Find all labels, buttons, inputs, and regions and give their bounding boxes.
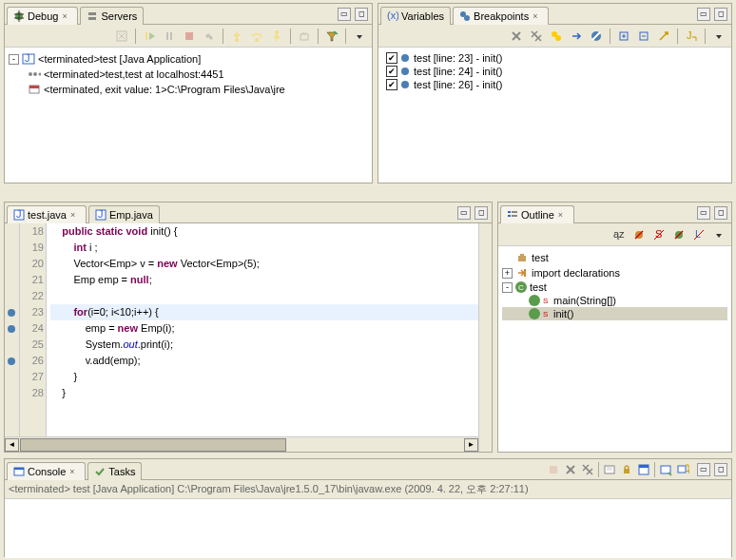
tab-editor-emp[interactable]: J Emp.java — [88, 205, 160, 223]
maximize-icon[interactable]: ◻ — [355, 8, 368, 21]
clear-console-icon[interactable] — [601, 461, 618, 478]
tab-label: Outline — [521, 209, 554, 221]
breakpoint-item[interactable]: ✔ test [line: 26] - init() — [382, 78, 727, 91]
breakpoint-dot-icon — [401, 54, 409, 62]
hide-fields-icon[interactable] — [630, 226, 648, 243]
tree-row[interactable]: - J <terminated>test [Java Application] — [9, 51, 368, 67]
tab-outline[interactable]: Outline × — [500, 205, 574, 223]
goto-icon[interactable] — [568, 28, 585, 45]
scroll-left-icon[interactable]: ◄ — [5, 438, 19, 452]
expand-all-icon[interactable] — [615, 28, 632, 45]
minimize-icon[interactable]: ▭ — [697, 463, 710, 476]
tab-servers[interactable]: Servers — [80, 7, 144, 25]
tab-tasks[interactable]: Tasks — [87, 462, 142, 480]
minimize-icon[interactable]: ▭ — [338, 8, 351, 21]
overview-ruler[interactable] — [478, 223, 492, 452]
breakpoint-marker-icon[interactable] — [8, 309, 15, 317]
view-menu-icon[interactable] — [351, 28, 368, 45]
bp-label: test [line: 23] - init() — [414, 52, 503, 64]
svg-text:J: J — [687, 29, 692, 41]
step-return-icon — [268, 28, 285, 45]
scroll-thumb[interactable] — [20, 438, 286, 452]
breakpoint-marker-icon[interactable] — [8, 325, 15, 333]
imports-icon — [515, 266, 529, 280]
collapse-icon[interactable]: - — [502, 282, 513, 293]
expand-icon[interactable]: + — [502, 268, 513, 279]
tab-debug[interactable]: Debug × — [7, 7, 78, 25]
outline-item[interactable]: - C test — [502, 280, 727, 294]
outline-item[interactable]: S init() — [502, 307, 727, 320]
checkbox[interactable]: ✔ — [386, 52, 397, 64]
maximize-icon[interactable]: ◻ — [714, 463, 727, 476]
tree-label: <terminated>test,test at localhost:4451 — [44, 68, 224, 80]
item-label: test — [532, 252, 549, 263]
svg-rect-75 — [624, 469, 629, 473]
minimize-icon[interactable]: ▭ — [697, 206, 710, 220]
tab-label: Servers — [101, 10, 137, 22]
svg-point-20 — [33, 72, 37, 76]
tree-row[interactable]: <terminated>test,test at localhost:4451 — [9, 67, 368, 82]
tab-variables[interactable]: (x)= Variables — [380, 7, 451, 25]
skip-all-icon[interactable] — [588, 28, 605, 45]
outline-icon — [507, 209, 518, 221]
maximize-icon[interactable]: ◻ — [475, 206, 488, 220]
remove-icon[interactable] — [508, 28, 525, 45]
tab-breakpoints[interactable]: Breakpoints × — [453, 7, 549, 25]
open-console-icon[interactable]: + — [674, 461, 691, 478]
outline-item[interactable]: S main(String[]) — [502, 294, 727, 307]
outline-item[interactable]: test — [502, 250, 727, 265]
pin-console-icon[interactable] — [635, 461, 652, 478]
link-icon[interactable] — [655, 28, 672, 45]
console-output[interactable] — [5, 499, 731, 558]
maximize-icon[interactable]: ◻ — [714, 8, 727, 21]
hide-nonpublic-icon[interactable] — [670, 226, 688, 243]
svg-point-26 — [464, 15, 470, 21]
breakpoint-item[interactable]: ✔ test [line: 24] - init() — [382, 65, 727, 78]
expand-icon[interactable]: - — [9, 54, 19, 65]
step-filters-icon[interactable] — [323, 28, 340, 45]
breakpoint-item[interactable]: ✔ test [line: 23] - init() — [382, 51, 727, 65]
collapse-all-icon[interactable] — [635, 28, 652, 45]
code-area[interactable]: public static void init() { int i ; Vect… — [47, 223, 492, 452]
svg-rect-47 — [508, 211, 511, 213]
svg-rect-61 — [520, 254, 524, 257]
horizontal-scrollbar[interactable]: ◄ ► — [5, 436, 478, 452]
remove-all-icon[interactable] — [528, 28, 545, 45]
tab-label: Variables — [401, 10, 444, 22]
show-workingset-icon[interactable] — [548, 28, 565, 45]
close-icon[interactable]: × — [70, 210, 80, 220]
svg-rect-9 — [145, 32, 147, 40]
sort-icon[interactable]: ąz — [610, 226, 628, 243]
remove-launch-icon[interactable] — [562, 461, 579, 478]
close-icon[interactable]: × — [558, 210, 568, 220]
resume-icon — [141, 28, 158, 45]
view-menu-icon[interactable] — [710, 226, 727, 243]
j-filter-icon[interactable]: J — [683, 28, 700, 45]
checkbox[interactable]: ✔ — [386, 66, 397, 77]
display-console-icon[interactable] — [657, 461, 674, 478]
svg-point-21 — [39, 73, 42, 76]
code-editor[interactable]: 18 19 20 21 22 23 24 25 26 27 28 public … — [5, 223, 492, 452]
scroll-lock-icon[interactable] — [618, 461, 635, 478]
maximize-icon[interactable]: ◻ — [714, 206, 727, 220]
hide-static-icon[interactable]: S — [650, 226, 668, 243]
checkbox[interactable]: ✔ — [386, 79, 397, 90]
scroll-right-icon[interactable]: ► — [464, 438, 478, 452]
tab-editor-test[interactable]: J test.java × — [7, 205, 87, 223]
close-icon[interactable]: × — [533, 11, 542, 21]
tree-label: <terminated>test [Java Application] — [38, 53, 201, 65]
hide-local-icon[interactable]: L — [690, 226, 707, 243]
disconnect-icon — [201, 28, 218, 45]
breakpoint-marker-icon[interactable] — [8, 357, 15, 365]
minimize-icon[interactable]: ▭ — [697, 8, 710, 21]
minimize-icon[interactable]: ▭ — [457, 206, 471, 220]
remove-terminated-icon — [113, 28, 130, 45]
tab-console[interactable]: Console × — [7, 462, 86, 480]
step-over-icon — [248, 28, 265, 45]
view-menu-icon[interactable] — [710, 28, 727, 45]
outline-item[interactable]: + import declarations — [502, 265, 727, 280]
close-icon[interactable]: × — [69, 467, 79, 476]
remove-all-launch-icon[interactable] — [579, 461, 596, 478]
close-icon[interactable]: × — [62, 11, 71, 21]
tree-row[interactable]: <terminated, exit value: 1>C:\Program Fi… — [9, 82, 368, 97]
